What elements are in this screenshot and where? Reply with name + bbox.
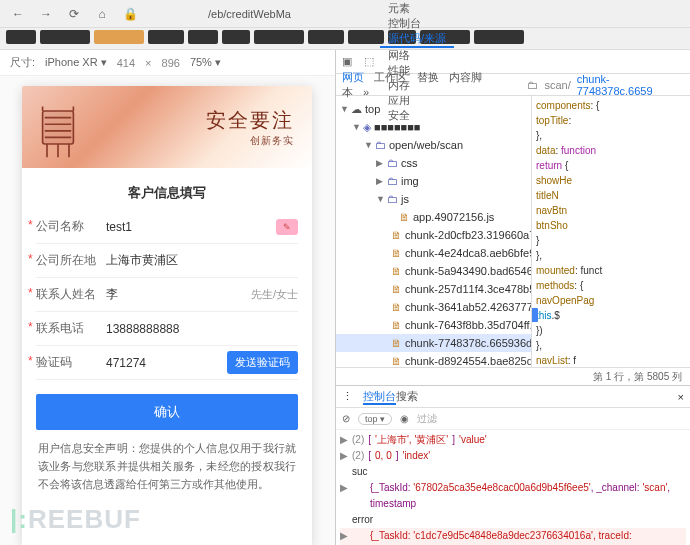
eye-icon[interactable]: ◉ xyxy=(400,413,409,424)
tree-row[interactable]: 🗎chunk-3641ab52.42637773.js xyxy=(336,298,531,316)
console-line[interactable]: error xyxy=(340,512,686,528)
tree-row[interactable]: 🗎chunk-4e24dca8.aeb6bfe9.js xyxy=(336,244,531,262)
tree-row[interactable]: 🗎chunk-7748378c.665936d2.js xyxy=(336,334,531,352)
devtools-pane: ▣ ⬚ 元素控制台源代码/来源网络性能内存应用安全 网页工作区替换内容脚本» 🗀… xyxy=(335,50,690,545)
size-label: 尺寸: xyxy=(10,55,35,70)
device-select[interactable]: iPhone XR ▾ xyxy=(45,56,107,69)
bookmark-item[interactable] xyxy=(348,30,384,44)
device-width[interactable]: 414 xyxy=(117,57,135,69)
bookmark-item[interactable] xyxy=(254,30,304,44)
contact-input[interactable]: 李 xyxy=(106,286,251,303)
sources-subtab[interactable]: 工作区 xyxy=(374,71,407,83)
tree-row[interactable]: 🗎app.49072156.js xyxy=(336,208,531,226)
tree-row[interactable]: ▶🗀css xyxy=(336,154,531,172)
disclaimer-text: 用户信息安全声明：您提供的个人信息仅用于我行就该业务与您联系并提供相关服务，未经… xyxy=(36,440,298,494)
bookmark-item[interactable] xyxy=(188,30,218,44)
editor-status: 第 1 行，第 5805 列 xyxy=(336,367,690,385)
reload-button[interactable]: ⟳ xyxy=(64,4,84,24)
bookmark-item[interactable] xyxy=(94,30,144,44)
device-toolbar: 尺寸: iPhone XR ▾ 414 × 896 75% ▾ xyxy=(0,50,335,76)
banner-text: 安全要注 创新务实 xyxy=(206,107,294,148)
tree-row[interactable]: ▼◈■■■■■■■ xyxy=(336,118,531,136)
phone-input[interactable]: 13888888888 xyxy=(106,322,298,336)
tree-row[interactable]: 🗎chunk-7643f8bb.35d704ff.js xyxy=(336,316,531,334)
bookmark-item[interactable] xyxy=(148,30,184,44)
form-title: 客户信息填写 xyxy=(36,176,298,210)
watermark: |:REEBUF xyxy=(10,504,141,535)
devtools-tab[interactable]: 元素 xyxy=(380,1,454,16)
tree-row[interactable]: 🗎chunk-5a943490.bad65463.js xyxy=(336,262,531,280)
submit-button[interactable]: 确认 xyxy=(36,394,298,430)
home-button[interactable]: ⌂ xyxy=(92,4,112,24)
inspect-icon[interactable]: ▣ xyxy=(336,55,358,68)
tree-row[interactable]: ▶🗀img xyxy=(336,172,531,190)
bookmark-item[interactable] xyxy=(222,30,250,44)
bookmark-item[interactable] xyxy=(474,30,524,44)
zoom-select[interactable]: 75% ▾ xyxy=(190,56,221,69)
back-button[interactable]: ← xyxy=(8,4,28,24)
bookmark-item[interactable] xyxy=(40,30,90,44)
code-editor[interactable]: components: { topTitle:},data: function … xyxy=(532,96,690,367)
console-tab[interactable]: 搜索 xyxy=(396,390,418,402)
sources-subtabs: 网页工作区替换内容脚本» 🗀 scan/ chunk-7748378c.6659 xyxy=(336,74,690,96)
scan-folder-icon: 🗀 xyxy=(527,79,538,91)
lock-icon: 🔒 xyxy=(120,4,140,24)
console-tab[interactable]: 控制台 xyxy=(363,390,396,405)
mobile-preview-pane: 尺寸: iPhone XR ▾ 414 × 896 75% ▾ 安全要注 创新务… xyxy=(0,50,335,545)
mobile-viewport: 安全要注 创新务实 客户信息填写 公司名称 test1 ✎ 公司所在地 上海市黄… xyxy=(22,86,312,545)
contact-label: 联系人姓名 xyxy=(36,286,106,303)
code-label: 验证码 xyxy=(36,354,106,371)
devtools-tab[interactable]: 源代码/来源 xyxy=(380,31,454,48)
context-select[interactable]: top ▾ xyxy=(358,413,392,425)
page-banner: 安全要注 创新务实 xyxy=(22,86,312,168)
device-height[interactable]: 896 xyxy=(162,57,180,69)
filter-input[interactable]: 过滤 xyxy=(417,412,437,426)
file-tree[interactable]: ▼☁top▼◈■■■■■■■▼🗀open/web/scan▶🗀css▶🗀img▼… xyxy=(336,96,532,367)
tree-row[interactable]: 🗎chunk-257d11f4.3ce478b5.js xyxy=(336,280,531,298)
drawer-collapse-icon[interactable]: ⋮ xyxy=(342,390,353,403)
devtools-tab[interactable]: 网络 xyxy=(380,48,454,63)
console-drawer: ⋮ 控制台搜索 × ⊘ top ▾ ◉ 过滤 ▶(2) ['上海市', '黄浦区… xyxy=(336,385,690,545)
browser-toolbar: ← → ⟳ ⌂ 🔒 /eb/creditWebMa xyxy=(0,0,690,28)
console-line[interactable]: ▶(2) ['上海市', '黄浦区'] 'value' xyxy=(340,432,686,448)
code-input[interactable]: 471274 xyxy=(106,356,227,370)
sources-subtab[interactable]: 替换 xyxy=(417,71,439,83)
location-input[interactable]: 上海市黄浦区 xyxy=(106,252,298,269)
close-drawer-icon[interactable]: × xyxy=(678,391,684,403)
contact-suffix: 先生/女士 xyxy=(251,287,298,302)
tree-row[interactable]: ▼🗀js xyxy=(336,190,531,208)
devtools-tab[interactable]: 控制台 xyxy=(380,16,454,31)
bookmark-item[interactable] xyxy=(6,30,36,44)
tree-row[interactable]: ▼☁top xyxy=(336,100,531,118)
console-line[interactable]: ▶{_TaskId: 'c1dc7e9d5c4848e8a9dec2376634… xyxy=(340,528,686,545)
console-line[interactable]: suc xyxy=(340,464,686,480)
device-mode-icon[interactable]: ⬚ xyxy=(358,55,380,68)
tree-row[interactable]: ▼🗀open/web/scan xyxy=(336,136,531,154)
current-file-tab[interactable]: chunk-7748378c.6659 xyxy=(577,73,684,97)
sources-subtab[interactable]: 网页 xyxy=(342,71,364,83)
phone-label: 联系电话 xyxy=(36,320,106,337)
bookmark-item[interactable] xyxy=(308,30,344,44)
edit-icon[interactable]: ✎ xyxy=(276,219,298,235)
console-line[interactable]: ▶(2) [0, 0] 'index' xyxy=(340,448,686,464)
clear-console-icon[interactable]: ⊘ xyxy=(342,413,350,424)
send-code-button[interactable]: 发送验证码 xyxy=(227,351,298,374)
tripod-icon xyxy=(36,104,80,162)
console-line[interactable]: ▶{_TaskId: '67802a5ca35e4e8cac00a6d9b45f… xyxy=(340,480,686,512)
company-label: 公司名称 xyxy=(36,218,106,235)
location-label: 公司所在地 xyxy=(36,252,106,269)
company-input[interactable]: test1 xyxy=(106,220,276,234)
forward-button[interactable]: → xyxy=(36,4,56,24)
tree-row[interactable]: 🗎chunk-2d0cfb23.319660a7.js xyxy=(336,226,531,244)
tree-row[interactable]: 🗎chunk-d8924554.bae825d6.js xyxy=(336,352,531,367)
svg-rect-0 xyxy=(43,111,74,144)
bookmarks-bar xyxy=(0,28,690,50)
